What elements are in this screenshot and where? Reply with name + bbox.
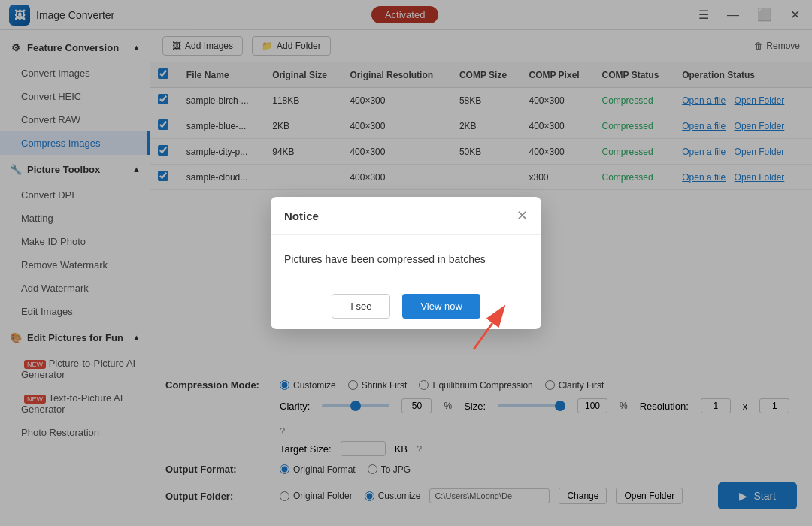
i-see-button[interactable]: I see [332,294,390,319]
dialog-title: Notice [284,210,319,222]
view-now-button[interactable]: View now [402,294,480,319]
dialog-message: Pictures have been compressed in batches [284,253,486,265]
dialog-body: Pictures have been compressed in batches [271,235,541,283]
dialog-overlay: Notice ✕ Pictures have been compressed i… [0,0,812,526]
dialog-footer: I see View now [271,283,541,329]
notice-dialog: Notice ✕ Pictures have been compressed i… [271,197,541,329]
dialog-header: Notice ✕ [271,197,541,235]
dialog-close-button[interactable]: ✕ [517,207,528,224]
